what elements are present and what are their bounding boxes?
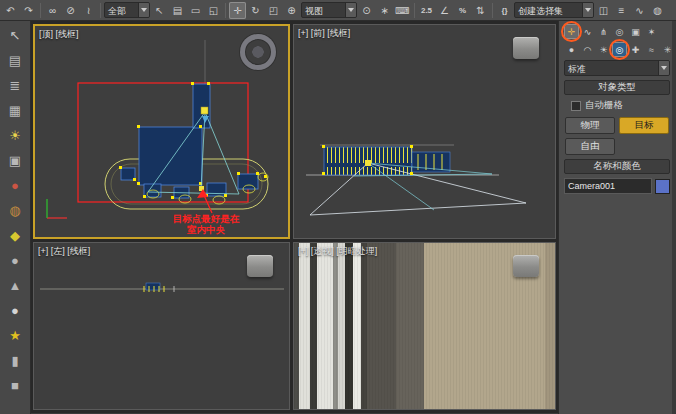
viewport-top[interactable]: [顶] [线框] bbox=[33, 24, 290, 239]
unlink-selection-icon[interactable]: ⊘ bbox=[62, 2, 79, 19]
spinner-snap-icon[interactable]: ⇅ bbox=[472, 2, 489, 19]
viewcube-gizmo[interactable] bbox=[513, 37, 539, 59]
named-selection-sets-dropdown[interactable]: 创建选择集 bbox=[514, 2, 594, 18]
select-and-rotate-icon[interactable]: ↻ bbox=[247, 2, 264, 19]
space-warps-category-icon[interactable]: ≈ bbox=[644, 42, 659, 57]
viewport-top-label[interactable]: [顶] [线框] bbox=[39, 28, 79, 41]
geosphere-primitive-icon[interactable]: ● bbox=[3, 299, 27, 322]
viewport-perspective[interactable]: [+] [透视] [明暗处理] bbox=[293, 242, 556, 410]
cameras-category-icon[interactable]: ◎ bbox=[612, 42, 627, 57]
select-by-name-icon[interactable]: ▤ bbox=[169, 2, 186, 19]
align-icon[interactable]: ≡ bbox=[613, 2, 630, 19]
keyboard-override-icon[interactable]: ⌨ bbox=[394, 2, 411, 19]
object-type-rollout-label: 对象类型 bbox=[598, 81, 636, 94]
viewcube-compass[interactable] bbox=[240, 34, 276, 70]
angle-snap-icon[interactable]: ∠ bbox=[436, 2, 453, 19]
create-tab-icon[interactable]: ✛ bbox=[564, 24, 579, 39]
camera-class-dropdown[interactable]: 标准 bbox=[564, 60, 670, 76]
select-object-icon[interactable]: ↖ bbox=[151, 2, 168, 19]
mirror-icon[interactable]: ◫ bbox=[595, 2, 612, 19]
viewport-perspective-label[interactable]: [+] [透视] [明暗处理] bbox=[298, 245, 377, 258]
reference-coordinate-system-dropdown-label: 视图 bbox=[302, 3, 345, 17]
notebook-icon[interactable]: ▤ bbox=[3, 49, 27, 72]
object-type-rollout[interactable]: 对象类型 bbox=[564, 80, 670, 95]
edit-named-selection-sets-icon[interactable]: {} bbox=[496, 2, 513, 19]
free-camera-button[interactable]: 自由 bbox=[565, 138, 615, 155]
rectangular-selection-region-icon[interactable]: ▭ bbox=[187, 2, 204, 19]
axis-tripod bbox=[47, 199, 67, 218]
snaps-toggle-icon[interactable]: 2.5 bbox=[418, 2, 435, 19]
percent-snap-icon[interactable]: % bbox=[454, 2, 471, 19]
main-toolbar: ↶↷∞⊘≀全部↖▤▭◱✛↻◰⊕视图⊙∗⌨2.5∠%⇅{}创建选择集◫≡∿◍ bbox=[0, 0, 676, 21]
reference-coordinate-system-dropdown[interactable]: 视图 bbox=[301, 2, 357, 18]
object-name-input[interactable] bbox=[564, 178, 652, 194]
undo-icon[interactable]: ↶ bbox=[2, 2, 19, 19]
3dsmax-window: ↶↷∞⊘≀全部↖▤▭◱✛↻◰⊕视图⊙∗⌨2.5∠%⇅{}创建选择集◫≡∿◍ ↖▤… bbox=[0, 0, 676, 414]
selection-filter-dropdown-label: 全部 bbox=[105, 3, 138, 17]
hierarchy-tab-icon[interactable]: ⋔ bbox=[596, 24, 611, 39]
shapes-category-icon[interactable]: ◠ bbox=[580, 42, 595, 57]
teapot-icon[interactable]: ◍ bbox=[3, 199, 27, 222]
chevron-down-icon bbox=[138, 3, 149, 17]
toolbar-separator bbox=[414, 3, 415, 18]
layers-icon[interactable]: ≣ bbox=[3, 74, 27, 97]
display-tab-icon[interactable]: ▣ bbox=[628, 24, 643, 39]
diamond-icon[interactable]: ◆ bbox=[3, 224, 27, 247]
modify-tab-icon[interactable]: ∿ bbox=[580, 24, 595, 39]
star-primitive-icon[interactable]: ★ bbox=[3, 324, 27, 347]
light-bulb-icon[interactable]: ☀ bbox=[3, 124, 27, 147]
grid-icon[interactable]: ▦ bbox=[3, 99, 27, 122]
annotation-text-line2: 室内中央 bbox=[186, 224, 226, 235]
box-primitive-icon[interactable]: ■ bbox=[3, 374, 27, 397]
monitor-icon[interactable]: ▣ bbox=[3, 149, 27, 172]
panel-scrollbar[interactable] bbox=[672, 21, 676, 414]
cylinder-primitive-icon[interactable]: ▮ bbox=[3, 349, 27, 372]
chevron-down-icon bbox=[582, 3, 593, 17]
command-panel-categories: ●◠☀◎✚≈✳ bbox=[564, 42, 670, 57]
material-sphere-icon[interactable]: ● bbox=[3, 174, 27, 197]
furniture-elevation-2[interactable] bbox=[412, 152, 450, 172]
viewport-left-label[interactable]: [+] [左] [线框] bbox=[38, 245, 90, 258]
geometry-category-icon[interactable]: ● bbox=[564, 42, 579, 57]
utilities-tab-icon[interactable]: ✶ bbox=[644, 24, 659, 39]
chevron-down-icon bbox=[345, 3, 356, 17]
lights-category-icon[interactable]: ☀ bbox=[596, 42, 611, 57]
select-and-manipulate-icon[interactable]: ∗ bbox=[376, 2, 393, 19]
chevron-down-icon bbox=[658, 61, 669, 75]
render-setup-icon[interactable]: ◍ bbox=[649, 2, 666, 19]
viewcube-gizmo[interactable] bbox=[513, 255, 539, 277]
autogrid-row: 自动栅格 bbox=[564, 99, 670, 112]
left-toolbar: ↖▤≣▦☀▣●◍◆●▲●★▮■ bbox=[0, 21, 31, 414]
name-and-color-rollout[interactable]: 名称和颜色 bbox=[564, 159, 670, 174]
motion-tab-icon[interactable]: ◎ bbox=[612, 24, 627, 39]
select-and-link-icon[interactable]: ∞ bbox=[44, 2, 61, 19]
select-arrow-icon[interactable]: ↖ bbox=[3, 24, 27, 47]
select-and-move-icon[interactable]: ✛ bbox=[229, 2, 246, 19]
bind-to-space-warp-icon[interactable]: ≀ bbox=[80, 2, 97, 19]
selection-filter-dropdown[interactable]: 全部 bbox=[104, 2, 150, 18]
viewport-left[interactable]: [+] [左] [线框] bbox=[33, 242, 290, 410]
toolbar-separator bbox=[492, 3, 493, 18]
use-pivot-center-icon[interactable]: ⊙ bbox=[358, 2, 375, 19]
window-crossing-icon[interactable]: ◱ bbox=[205, 2, 222, 19]
helpers-category-icon[interactable]: ✚ bbox=[628, 42, 643, 57]
object-color-swatch[interactable] bbox=[655, 179, 670, 194]
target-camera-button[interactable]: 目标 bbox=[619, 117, 669, 134]
physical-camera-button[interactable]: 物理 bbox=[565, 117, 615, 134]
toolbar-separator bbox=[40, 3, 41, 18]
select-and-place-icon[interactable]: ⊕ bbox=[283, 2, 300, 19]
viewport-front[interactable]: [+] [前] [线框] bbox=[293, 24, 556, 239]
select-and-scale-icon[interactable]: ◰ bbox=[265, 2, 282, 19]
viewport-front-label[interactable]: [+] [前] [线框] bbox=[298, 27, 350, 40]
viewport-area: [顶] [线框] bbox=[31, 21, 558, 413]
cone-primitive-icon[interactable]: ▲ bbox=[3, 274, 27, 297]
autogrid-label: 自动栅格 bbox=[585, 99, 623, 112]
redo-icon[interactable]: ↷ bbox=[20, 2, 37, 19]
autogrid-checkbox[interactable] bbox=[571, 101, 581, 111]
camera-object[interactable] bbox=[365, 160, 371, 166]
curve-editor-icon[interactable]: ∿ bbox=[631, 2, 648, 19]
furniture-blocks[interactable] bbox=[121, 84, 258, 198]
furniture-side[interactable] bbox=[146, 283, 160, 290]
viewcube-gizmo[interactable] bbox=[247, 255, 273, 277]
sphere-primitive-icon[interactable]: ● bbox=[3, 249, 27, 272]
